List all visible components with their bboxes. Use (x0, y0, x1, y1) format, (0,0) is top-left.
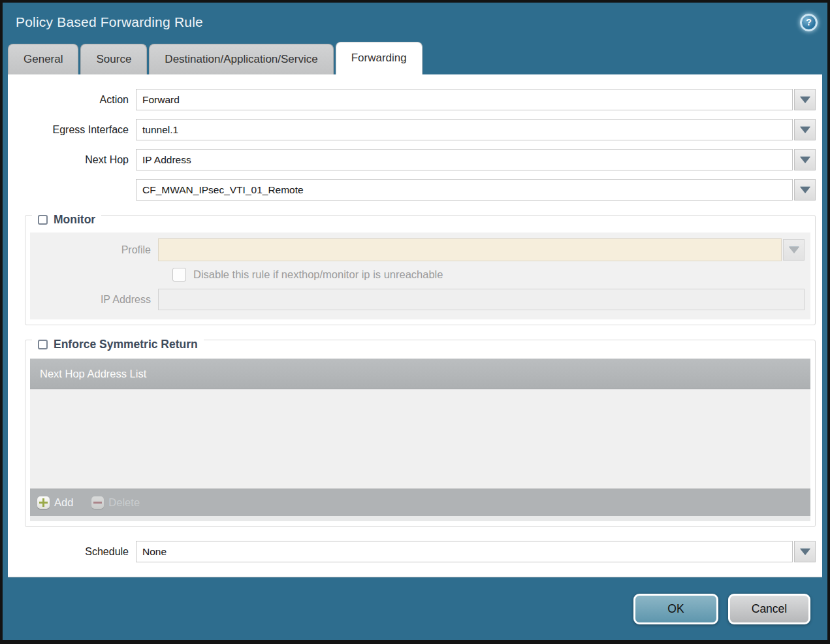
monitor-ip-address-row: IP Address (30, 289, 805, 310)
chevron-down-icon (800, 97, 810, 103)
action-label: Action (8, 94, 136, 106)
egress-interface-row: Egress Interface tunnel.1 (8, 119, 816, 140)
delete-button: Delete (91, 496, 140, 509)
schedule-dropdown-button[interactable] (794, 541, 816, 562)
egress-interface-label: Egress Interface (8, 124, 136, 136)
monitor-legend-label: Monitor (54, 213, 95, 227)
disable-rule-checkbox (172, 268, 186, 282)
monitor-checkbox[interactable] (38, 215, 48, 225)
action-row: Action Forward (8, 89, 816, 110)
next-hop-address-dropdown-button[interactable] (794, 179, 816, 201)
egress-interface-select[interactable]: tunnel.1 (136, 119, 793, 140)
profile-label: Profile (30, 244, 158, 256)
monitor-ip-address-label: IP Address (30, 294, 158, 306)
monitor-ip-address-input (158, 289, 805, 310)
enforce-symmetric-return-legend-label: Enforce Symmetric Return (54, 338, 198, 351)
egress-interface-dropdown-button[interactable] (794, 119, 816, 140)
schedule-label: Schedule (8, 546, 136, 558)
add-button[interactable]: Add (37, 496, 73, 509)
next-hop-address-list-body (30, 389, 810, 489)
disable-rule-label: Disable this rule if nexthop/monitor ip … (193, 268, 443, 281)
chevron-down-icon (789, 247, 799, 253)
chevron-down-icon (800, 549, 810, 555)
next-hop-address-list-table: Next Hop Address List Add (30, 359, 810, 521)
tab-panel-forwarding: Action Forward Egress Interface tunnel.1… (8, 74, 822, 577)
next-hop-dropdown-button[interactable] (794, 149, 816, 170)
add-button-label: Add (54, 496, 73, 509)
next-hop-address-row: CF_MWAN_IPsec_VTI_01_Remote (8, 179, 816, 201)
action-dropdown-button[interactable] (794, 89, 816, 110)
monitor-panel: Profile Disable this rule if nexthop/mon… (30, 233, 810, 319)
enforce-symmetric-return-legend: Enforce Symmetric Return (32, 338, 204, 351)
profile-dropdown-button (783, 239, 805, 261)
dialog-footer: OK Cancel (3, 577, 827, 640)
tab-strip: General Source Destination/Application/S… (3, 42, 827, 74)
help-icon[interactable]: ? (800, 14, 818, 31)
dialog-title: Policy Based Forwarding Rule (16, 14, 203, 30)
next-hop-row: Next Hop IP Address (8, 149, 816, 170)
profile-row: Profile (30, 238, 805, 261)
next-hop-address-select[interactable]: CF_MWAN_IPsec_VTI_01_Remote (136, 179, 793, 201)
delete-button-label: Delete (108, 496, 140, 509)
tab-source[interactable]: Source (80, 44, 147, 74)
delete-minus-icon (91, 496, 104, 509)
tab-general[interactable]: General (8, 44, 78, 74)
enforce-symmetric-return-fieldset: Enforce Symmetric Return Next Hop Addres… (25, 340, 816, 527)
add-plus-icon (37, 496, 50, 509)
profile-select (158, 238, 782, 261)
pbf-rule-dialog: Policy Based Forwarding Rule ? General S… (0, 0, 830, 644)
monitor-legend: Monitor (32, 213, 101, 227)
table-bottom-strip (30, 516, 810, 521)
action-select[interactable]: Forward (136, 89, 793, 110)
schedule-select[interactable]: None (136, 541, 793, 562)
chevron-down-icon (800, 157, 810, 163)
cancel-button[interactable]: Cancel (728, 594, 810, 624)
next-hop-address-list-toolbar: Add Delete (30, 489, 810, 516)
enforce-symmetric-return-checkbox[interactable] (38, 340, 48, 349)
dialog-titlebar: Policy Based Forwarding Rule ? (3, 3, 827, 42)
monitor-fieldset: Monitor Profile Disable this rule if nex… (25, 215, 816, 325)
next-hop-label: Next Hop (8, 154, 136, 166)
chevron-down-icon (800, 127, 810, 133)
tab-destination-application-service[interactable]: Destination/Application/Service (149, 44, 333, 74)
next-hop-type-select[interactable]: IP Address (136, 149, 793, 170)
schedule-row: Schedule None (8, 541, 816, 562)
chevron-down-icon (800, 187, 810, 193)
ok-button[interactable]: OK (633, 594, 718, 624)
disable-rule-row: Disable this rule if nexthop/monitor ip … (172, 268, 810, 282)
next-hop-address-list-header: Next Hop Address List (30, 359, 810, 389)
tab-forwarding[interactable]: Forwarding (336, 42, 423, 74)
